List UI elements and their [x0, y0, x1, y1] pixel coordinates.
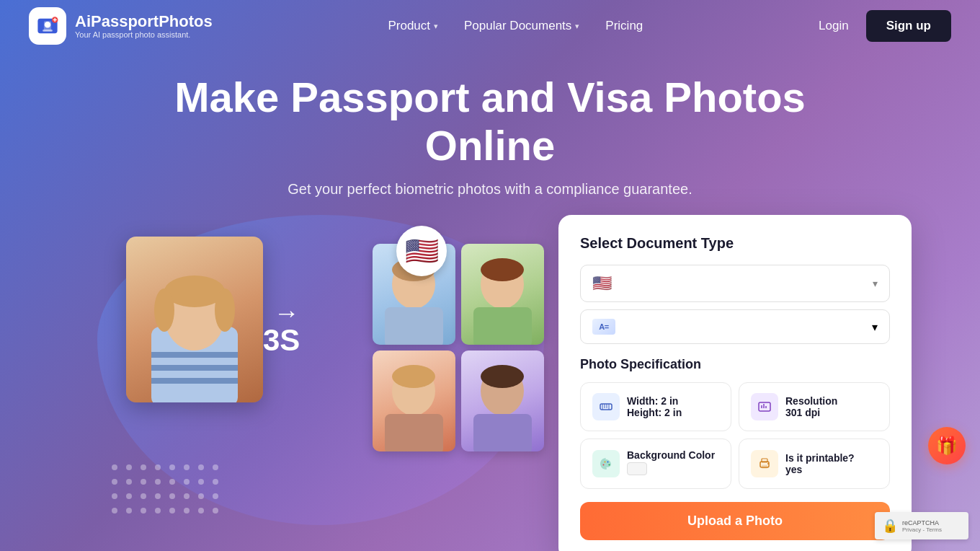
popular-chevron-icon: ▾	[575, 22, 579, 31]
product-chevron-icon: ▾	[434, 22, 438, 31]
svg-rect-16	[385, 307, 443, 345]
svg-point-36	[603, 464, 605, 466]
document-icon: A=	[592, 319, 615, 335]
photo-thumb-4	[461, 351, 544, 451]
nav-product[interactable]: Product ▾	[388, 19, 438, 33]
nav-right: Login Sign up	[819, 10, 951, 42]
spec-dpi: 301 dpi	[785, 407, 837, 418]
svg-point-39	[609, 464, 610, 466]
svg-rect-42	[762, 465, 767, 468]
navbar: AiPassportPhotos Your AI passport photo …	[0, 0, 980, 52]
country-chevron-icon: ▾	[873, 278, 878, 289]
spec-resolution-label: Resolution	[785, 395, 837, 407]
svg-rect-13	[151, 365, 238, 371]
svg-point-37	[605, 462, 606, 463]
nav-links: Product ▾ Popular Documents ▾ Pricing	[388, 19, 643, 33]
print-icon	[751, 450, 778, 477]
nav-popular-docs[interactable]: Popular Documents ▾	[464, 19, 579, 33]
spec-size: Width: 2 in Height: 2 in	[580, 382, 731, 431]
logo-text: AiPassportPhotos Your AI passport photo …	[75, 13, 213, 39]
photo-spec-title: Photo Specification	[580, 357, 890, 372]
dots-decoration	[112, 464, 223, 518]
hero-title: Make Passport and Visa Photos Online	[166, 74, 814, 169]
color-swatch[interactable]	[627, 462, 647, 475]
svg-point-38	[607, 462, 609, 463]
country-flag: 🇺🇸	[592, 274, 612, 293]
photo-thumb-2	[461, 244, 544, 345]
svg-point-2	[45, 22, 51, 28]
login-link[interactable]: Login	[819, 19, 849, 33]
spec-grid: Width: 2 in Height: 2 in Resolution 30	[580, 382, 890, 489]
spec-resolution: Resolution 301 dpi	[739, 382, 890, 431]
logo-icon	[29, 7, 66, 45]
photo-thumb-3	[373, 351, 455, 451]
spec-background: Background Color	[580, 438, 731, 489]
select-document-title: Select Document Type	[580, 235, 890, 252]
gift-button[interactable]: 🎁	[928, 427, 966, 464]
spec-width: Width: 2 in	[627, 395, 682, 407]
svg-point-23	[392, 365, 435, 388]
spec-printable-label: Is it printable?	[785, 452, 855, 464]
svg-point-26	[481, 365, 524, 388]
hero-subtitle: Get your perfect biometric photos with a…	[14, 181, 966, 198]
photo-illustration: → 3S 🇺🇸	[68, 215, 558, 532]
country-dropdown[interactable]: 🇺🇸 ▾	[580, 265, 890, 302]
document-type-dropdown[interactable]: A= ▾	[580, 309, 890, 344]
doc-chevron-icon: ▾	[872, 320, 878, 334]
content-area: → 3S 🇺🇸	[0, 215, 980, 551]
recaptcha-box: 🔒 reCAPTCHA Privacy - Terms	[875, 512, 968, 539]
main-passport-card	[126, 237, 263, 402]
svg-point-10	[154, 288, 174, 332]
spec-bg-color-label: Background Color	[627, 449, 715, 461]
svg-point-11	[215, 288, 235, 332]
nav-pricing[interactable]: Pricing	[605, 19, 643, 33]
flag-circle: 🇺🇸	[396, 226, 447, 276]
spec-printable: Is it printable? yes	[739, 438, 890, 489]
svg-point-43	[767, 463, 769, 464]
form-panel: Select Document Type 🇺🇸 ▾ A= ▾ Photo Spe…	[558, 215, 912, 551]
svg-rect-3	[43, 30, 53, 32]
svg-rect-12	[151, 352, 238, 358]
speed-badge: 3S	[263, 323, 300, 358]
spec-height: Height: 2 in	[627, 407, 682, 418]
svg-rect-25	[473, 414, 532, 451]
signup-button[interactable]: Sign up	[866, 10, 951, 42]
svg-rect-27	[600, 404, 612, 410]
recaptcha-logo: 🔒	[882, 518, 898, 534]
color-icon	[592, 450, 620, 477]
resolution-icon	[751, 393, 778, 420]
svg-rect-32	[759, 402, 770, 411]
upload-button[interactable]: Upload a Photo	[580, 502, 890, 540]
hero-section: Make Passport and Visa Photos Online Get…	[0, 52, 980, 198]
svg-rect-19	[473, 307, 532, 345]
ruler-icon	[592, 393, 620, 420]
logo[interactable]: AiPassportPhotos Your AI passport photo …	[29, 7, 213, 45]
spec-printable-value: yes	[785, 464, 855, 475]
photo-grid	[373, 244, 544, 451]
svg-rect-14	[151, 378, 238, 384]
svg-point-20	[481, 258, 524, 281]
recaptcha-text: reCAPTCHA Privacy - Terms	[902, 519, 942, 533]
svg-rect-22	[385, 414, 443, 451]
